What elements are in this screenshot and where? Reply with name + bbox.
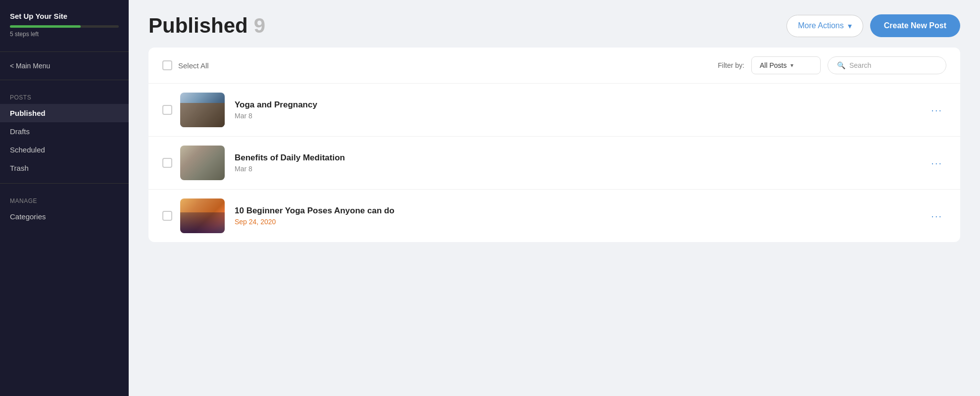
post-more-button[interactable]: ···	[927, 208, 946, 224]
main-menu-button[interactable]: < Main Menu	[0, 58, 129, 74]
more-actions-label: More Actions	[798, 21, 843, 30]
sidebar-item-scheduled[interactable]: Scheduled	[0, 141, 129, 159]
post-title: Yoga and Pregnancy	[235, 100, 927, 110]
more-actions-chevron-icon: ▾	[848, 21, 852, 31]
toolbar: Select All Filter by: All Posts ▾ 🔍 Sear…	[148, 48, 960, 84]
main-menu-label: < Main Menu	[10, 62, 50, 70]
sidebar-item-categories-label: Categories	[10, 212, 46, 221]
search-placeholder: Search	[849, 61, 871, 69]
post-list-item: Yoga and Pregnancy Mar 8 ···	[148, 84, 960, 137]
post-count: 9	[254, 14, 265, 38]
sidebar-divider	[0, 51, 129, 52]
sidebar-item-published-label: Published	[10, 109, 46, 117]
main-content: Published 9 More Actions ▾ Create New Po…	[129, 0, 980, 396]
post-info: Yoga and Pregnancy Mar 8	[235, 100, 927, 120]
post-info: 10 Beginner Yoga Poses Anyone can do Sep…	[235, 206, 927, 226]
sidebar-item-drafts-label: Drafts	[10, 127, 30, 136]
post-list-item: Benefits of Daily Meditation Mar 8 ···	[148, 137, 960, 190]
header-left: Published 9	[148, 14, 265, 38]
sidebar-item-scheduled-label: Scheduled	[10, 146, 45, 154]
select-all-area: Select All	[162, 60, 209, 70]
site-title: Set Up Your Site	[10, 12, 119, 20]
select-all-checkbox[interactable]	[162, 60, 172, 70]
sidebar-section-divider	[0, 80, 129, 80]
post-date: Sep 24, 2020	[235, 218, 927, 226]
more-actions-button[interactable]: More Actions ▾	[786, 15, 863, 37]
post-more-button[interactable]: ···	[927, 155, 946, 171]
select-all-label[interactable]: Select All	[178, 61, 209, 70]
create-post-button[interactable]: Create New Post	[870, 14, 960, 37]
post-date: Mar 8	[235, 165, 927, 173]
post-list-item: 10 Beginner Yoga Poses Anyone can do Sep…	[148, 190, 960, 242]
sidebar-item-trash[interactable]: Trash	[0, 159, 129, 177]
sidebar-item-drafts[interactable]: Drafts	[0, 122, 129, 141]
sidebar-item-categories[interactable]: Categories	[0, 207, 129, 226]
filter-chevron-icon: ▾	[790, 62, 793, 69]
toolbar-right: Filter by: All Posts ▾ 🔍 Search	[718, 56, 946, 74]
sidebar-item-trash-label: Trash	[10, 164, 29, 172]
post-date: Mar 8	[235, 112, 927, 120]
sidebar-manage-divider	[0, 183, 129, 184]
header-actions: More Actions ▾ Create New Post	[786, 14, 960, 37]
progress-bar-fill	[10, 25, 81, 28]
content-area: Select All Filter by: All Posts ▾ 🔍 Sear…	[148, 48, 960, 242]
post-select-checkbox[interactable]	[162, 158, 172, 168]
create-post-label: Create New Post	[884, 21, 946, 30]
posts-list: Yoga and Pregnancy Mar 8 ··· Benefits of…	[148, 84, 960, 242]
post-select-checkbox[interactable]	[162, 211, 172, 221]
search-box[interactable]: 🔍 Search	[828, 56, 946, 74]
post-info: Benefits of Daily Meditation Mar 8	[235, 153, 927, 173]
posts-section-label: Posts	[0, 86, 129, 104]
post-checkbox[interactable]	[162, 158, 172, 168]
filter-option-label: All Posts	[760, 61, 786, 69]
sidebar: Set Up Your Site 5 steps left < Main Men…	[0, 0, 129, 396]
sidebar-item-published[interactable]: Published	[0, 104, 129, 122]
page-title: Published	[148, 14, 248, 38]
steps-left: 5 steps left	[10, 31, 119, 38]
post-thumbnail-image	[180, 93, 225, 127]
page-header: Published 9 More Actions ▾ Create New Po…	[129, 0, 980, 48]
post-thumbnail	[180, 93, 225, 127]
filter-dropdown[interactable]: All Posts ▾	[751, 56, 821, 74]
post-checkbox[interactable]	[162, 211, 172, 221]
post-title: Benefits of Daily Meditation	[235, 153, 927, 163]
progress-bar-container	[10, 25, 119, 28]
post-thumbnail	[180, 146, 225, 180]
filter-by-label: Filter by:	[718, 61, 744, 69]
post-select-checkbox[interactable]	[162, 105, 172, 115]
manage-section-label: Manage	[0, 190, 129, 207]
post-title: 10 Beginner Yoga Poses Anyone can do	[235, 206, 927, 216]
search-icon: 🔍	[837, 61, 845, 69]
post-thumbnail-image	[180, 198, 225, 233]
post-more-button[interactable]: ···	[927, 102, 946, 118]
post-checkbox[interactable]	[162, 105, 172, 115]
post-thumbnail-image	[180, 146, 225, 180]
post-thumbnail	[180, 198, 225, 233]
